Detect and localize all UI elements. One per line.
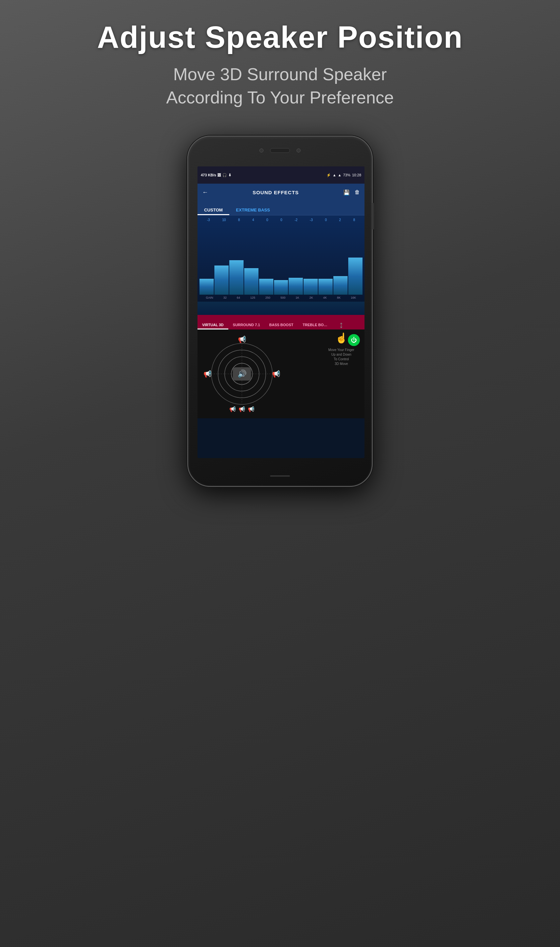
- eq-bar-9[interactable]: [333, 276, 348, 295]
- eq-bar-5[interactable]: [274, 280, 288, 295]
- eq-bar-0[interactable]: [200, 279, 214, 295]
- gesture-arrow-icon: ↕: [339, 320, 344, 330]
- wifi-icon: ▲: [333, 173, 336, 177]
- tab-surround71[interactable]: SURROUND 7.1: [228, 320, 265, 330]
- virtual3d-panel: ⏻ 📢 🔊: [197, 330, 365, 418]
- eq-bar-10[interactable]: [348, 257, 363, 295]
- eq-freq-labels: GAIN 32 64 125 250 500 1K 2K 4K 8K 16K: [197, 295, 365, 301]
- headphone-icon: 🎧: [222, 173, 227, 177]
- status-bar: 473 KB/s 🖼 🎧 ⬇ ⚡ ▲ ▲ 73% 10:28: [197, 166, 365, 184]
- eq-section: -3 10 8 4 0 0 -2 -3 0 2 8: [197, 216, 365, 315]
- save-button[interactable]: 💾: [343, 189, 350, 196]
- phone-camera-area: [260, 148, 300, 153]
- speaker-right: 📢: [272, 370, 280, 378]
- phone-mockup: 473 KB/s 🖼 🎧 ⬇ ⚡ ▲ ▲ 73% 10:28 ← SOUND E…: [187, 136, 373, 484]
- app-bar: ← SOUND EFFECTS 💾 🗑: [197, 184, 365, 201]
- download-icon: ⬇: [228, 173, 231, 177]
- page-title: Adjust Speaker Position: [97, 20, 463, 55]
- speaker-bottom-left: 📢: [229, 406, 236, 412]
- bluetooth-icon: ⚡: [326, 173, 331, 177]
- tab-extreme-bass[interactable]: EXTREME BASS: [229, 205, 277, 215]
- app-bar-title: SOUND EFFECTS: [252, 189, 299, 195]
- eq-bar-4[interactable]: [259, 279, 273, 295]
- speaker-left: 📢: [203, 370, 212, 378]
- delete-button[interactable]: 🗑: [355, 189, 360, 196]
- tab-bassboost[interactable]: BASS BOOST: [265, 320, 298, 330]
- time-display: 10:28: [352, 173, 361, 177]
- speaker-bottom-center: 📢: [238, 406, 245, 412]
- gesture-hand-icon: ☝: [335, 332, 348, 344]
- page-subtitle: Move 3D Surround Speaker According To Yo…: [166, 63, 394, 109]
- gesture-text: Move Your FingerUp and DownTo Control3D …: [328, 348, 354, 366]
- eq-values-row: -3 10 8 4 0 0 -2 -3 0 2 8: [197, 216, 365, 222]
- image-icon: 🖼: [217, 173, 221, 177]
- battery-level: 73%: [343, 173, 350, 177]
- eq-reflection: [197, 302, 365, 315]
- phone-body: 473 KB/s 🖼 🎧 ⬇ ⚡ ▲ ▲ 73% 10:28 ← SOUND E…: [187, 136, 373, 487]
- eq-bar-8[interactable]: [318, 279, 333, 295]
- eq-bar-7[interactable]: [303, 279, 318, 295]
- app-bar-actions: 💾 🗑: [343, 189, 360, 196]
- signal-icon: ▲: [338, 173, 342, 177]
- earpiece-grille: [270, 148, 290, 153]
- eq-bar-3[interactable]: [244, 268, 258, 295]
- speaker-circle-area[interactable]: 📢 🔊 📢: [202, 334, 282, 414]
- speaker-bottom-group: 📢 📢 📢: [229, 406, 254, 412]
- eq-bars: [197, 222, 365, 295]
- gesture-instruction: ↕ ☝ Move Your FingerUp and DownTo Contro…: [322, 320, 361, 366]
- speaker-bottom-right: 📢: [248, 406, 254, 412]
- back-button[interactable]: ←: [202, 189, 208, 196]
- camera-dot: [260, 148, 263, 152]
- eq-bar-2[interactable]: [229, 260, 243, 295]
- network-speed: 473 KB/s: [201, 173, 216, 177]
- home-button-bar: [270, 475, 290, 477]
- tab-custom[interactable]: CUSTOM: [197, 205, 229, 215]
- eq-bar-6[interactable]: [289, 278, 303, 295]
- eq-bar-1[interactable]: [214, 265, 229, 295]
- tab-virtual3d[interactable]: VIRTUAL 3D: [197, 320, 228, 330]
- preset-tabs: CUSTOM EXTREME BASS: [197, 201, 365, 216]
- front-sensor: [297, 148, 300, 152]
- status-left: 473 KB/s 🖼 🎧 ⬇: [201, 173, 231, 177]
- phone-screen: 473 KB/s 🖼 🎧 ⬇ ⚡ ▲ ▲ 73% 10:28 ← SOUND E…: [197, 166, 365, 458]
- status-right: ⚡ ▲ ▲ 73% 10:28: [326, 173, 361, 177]
- center-speaker: 🔊: [233, 367, 251, 380]
